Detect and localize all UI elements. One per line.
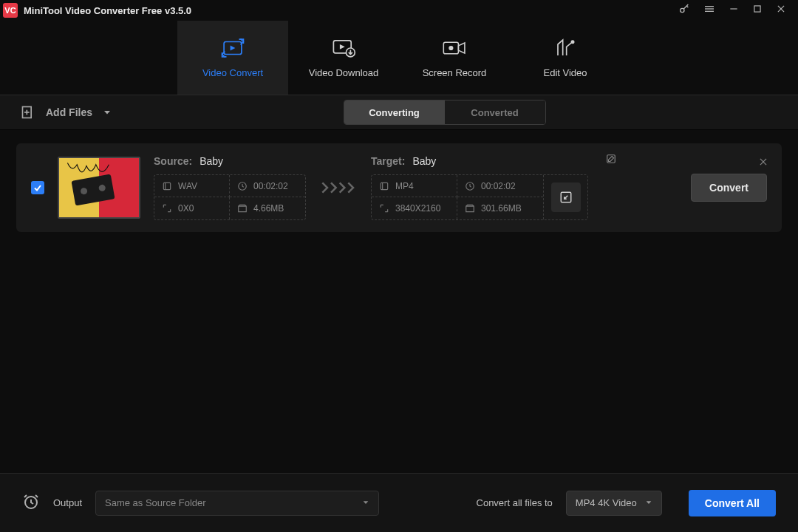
- svg-rect-20: [163, 183, 170, 189]
- seg-converted[interactable]: Converted: [445, 100, 545, 124]
- source-size: 4.66MB: [253, 203, 284, 214]
- close-icon[interactable]: [776, 4, 786, 17]
- main-tabs: Video Convert Video Download Screen Reco…: [0, 21, 798, 95]
- target-info: Target: Baby MP4 00:02:02 3840X2160 301.…: [371, 155, 588, 220]
- convert-button[interactable]: Convert: [691, 174, 767, 202]
- tab-video-download[interactable]: Video Download: [288, 21, 399, 95]
- svg-point-0: [681, 8, 684, 12]
- target-size: 301.66MB: [481, 203, 522, 214]
- tab-label: Video Download: [309, 67, 378, 78]
- tab-label: Edit Video: [543, 67, 587, 78]
- edit-icon: [554, 38, 576, 58]
- convert-all-label: Convert all files to: [477, 497, 553, 508]
- format-icon: [162, 181, 172, 191]
- seg-converting[interactable]: Converting: [344, 100, 445, 124]
- maximize-icon[interactable]: [752, 4, 763, 17]
- convert-all-button[interactable]: Convert All: [689, 490, 776, 516]
- tab-label: Screen Record: [423, 67, 487, 78]
- preset-value: MP4 4K Video: [576, 497, 637, 508]
- schedule-icon[interactable]: [22, 493, 40, 514]
- svg-rect-5: [754, 6, 760, 12]
- tab-label: Video Convert: [202, 67, 263, 78]
- toolbar: Add Files Converting Converted: [0, 95, 798, 130]
- source-resolution: 0X0: [178, 203, 194, 214]
- add-files-button[interactable]: Add Files: [21, 105, 112, 120]
- bottom-bar: Output Same as Source Folder Convert all…: [0, 473, 798, 532]
- chevron-down-icon: [645, 497, 652, 508]
- seg-label: Converted: [471, 107, 518, 118]
- target-preset-button[interactable]: [543, 175, 587, 219]
- hamburger-icon[interactable]: [703, 3, 715, 18]
- resolution-icon: [379, 203, 389, 214]
- target-name: Baby: [412, 155, 436, 167]
- file-thumbnail: [58, 157, 140, 219]
- file-checkbox[interactable]: [31, 181, 44, 194]
- target-format: MP4: [395, 181, 414, 191]
- clock-icon: [465, 181, 475, 191]
- svg-marker-31: [364, 501, 369, 504]
- source-duration: 00:02:02: [253, 181, 288, 191]
- add-file-icon: [21, 105, 35, 120]
- file-list: Source: Baby WAV 00:02:02 0X0 4.66MB Tar…: [0, 130, 798, 245]
- convert-icon: [220, 38, 245, 58]
- filesize-icon: [465, 203, 475, 214]
- tab-video-convert[interactable]: Video Convert: [177, 21, 288, 95]
- expand-icon: [559, 191, 573, 204]
- seg-label: Converting: [369, 107, 420, 118]
- tab-edit-video[interactable]: Edit Video: [510, 21, 621, 95]
- download-icon: [331, 38, 356, 58]
- app-title: MiniTool Video Converter Free v3.5.0: [24, 5, 191, 16]
- clock-icon: [237, 181, 248, 191]
- minimize-icon[interactable]: [729, 4, 739, 17]
- filesize-icon: [237, 203, 248, 214]
- target-resolution: 3840X2160: [395, 203, 440, 214]
- global-preset-select[interactable]: MP4 4K Video: [566, 491, 662, 516]
- source-format: WAV: [178, 181, 197, 191]
- convert-all-btn-label: Convert All: [705, 497, 760, 509]
- edit-target-icon[interactable]: [606, 154, 616, 167]
- chevron-down-icon: [362, 497, 369, 508]
- record-icon: [442, 38, 467, 58]
- source-label: Source:: [154, 155, 192, 167]
- key-icon[interactable]: [678, 3, 690, 18]
- chevron-down-icon: [103, 108, 112, 117]
- svg-marker-11: [340, 44, 345, 49]
- target-duration: 00:02:02: [481, 181, 516, 191]
- svg-rect-23: [381, 183, 387, 189]
- resolution-icon: [162, 203, 172, 214]
- add-files-label: Add Files: [46, 106, 92, 118]
- app-logo: VC: [3, 3, 18, 18]
- tab-screen-record[interactable]: Screen Record: [399, 21, 510, 95]
- format-icon: [379, 181, 389, 191]
- convert-label: Convert: [709, 182, 748, 194]
- segment-control: Converting Converted: [344, 100, 546, 125]
- output-folder-select[interactable]: Same as Source Folder: [95, 491, 379, 516]
- output-label: Output: [53, 497, 82, 508]
- svg-point-14: [449, 46, 453, 50]
- arrow-icon: [319, 180, 358, 195]
- svg-marker-9: [231, 45, 236, 50]
- source-name: Baby: [200, 155, 223, 167]
- output-value: Same as Source Folder: [105, 497, 206, 508]
- title-bar: VC MiniTool Video Converter Free v3.5.0: [0, 0, 798, 21]
- remove-file-icon[interactable]: [758, 157, 768, 170]
- target-label: Target:: [371, 155, 405, 167]
- svg-marker-32: [647, 501, 652, 504]
- file-card: Source: Baby WAV 00:02:02 0X0 4.66MB Tar…: [16, 143, 782, 232]
- svg-point-15: [571, 41, 573, 43]
- svg-marker-19: [104, 111, 110, 115]
- source-info: Source: Baby WAV 00:02:02 0X0 4.66MB: [154, 155, 306, 220]
